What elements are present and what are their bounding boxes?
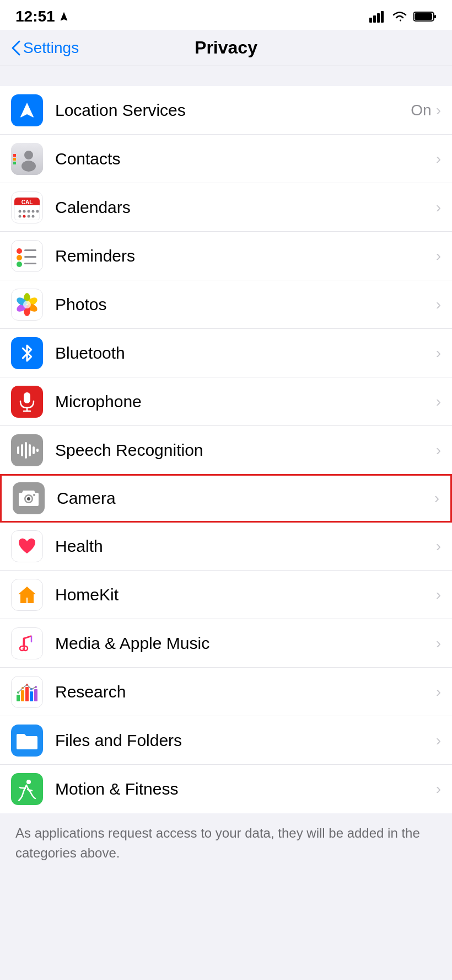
research-icon <box>11 676 43 708</box>
svg-rect-47 <box>36 449 39 452</box>
svg-point-18 <box>28 210 30 212</box>
research-label: Research <box>55 683 436 701</box>
settings-item-research[interactable]: Research › <box>0 668 452 716</box>
svg-rect-2 <box>377 13 380 23</box>
chevron-icon: › <box>436 683 441 701</box>
svg-point-21 <box>19 215 21 217</box>
chevron-icon: › <box>436 296 441 313</box>
svg-rect-42 <box>17 446 19 454</box>
settings-item-photos[interactable]: Photos › <box>0 280 452 329</box>
svg-rect-59 <box>21 690 24 701</box>
chevron-icon: › <box>436 199 441 216</box>
calendars-icon: CAL <box>11 191 43 223</box>
svg-rect-61 <box>30 691 33 701</box>
svg-rect-31 <box>24 263 36 264</box>
homekit-icon <box>11 579 43 611</box>
svg-rect-60 <box>25 687 29 701</box>
svg-point-28 <box>17 255 22 260</box>
chevron-icon: › <box>436 441 441 459</box>
speech-recognition-icon <box>11 434 43 466</box>
svg-point-30 <box>17 262 22 267</box>
svg-text:CAL: CAL <box>21 199 33 205</box>
photos-icon <box>11 289 43 321</box>
location-arrow-icon <box>58 11 69 22</box>
footer-text: As applications request access to your d… <box>0 813 452 873</box>
chevron-icon: › <box>436 586 441 604</box>
settings-item-contacts[interactable]: Contacts › <box>0 135 452 183</box>
status-bar: 12:51 <box>0 0 452 30</box>
bluetooth-icon <box>11 337 43 369</box>
speech-recognition-label: Speech Recognition <box>55 441 436 460</box>
signal-icon <box>369 10 386 23</box>
svg-rect-29 <box>24 256 36 258</box>
settings-item-bluetooth[interactable]: Bluetooth › <box>0 329 452 377</box>
microphone-label: Microphone <box>55 392 436 411</box>
motion-fitness-icon <box>11 773 43 805</box>
svg-point-24 <box>32 215 35 217</box>
chevron-icon: › <box>436 150 441 168</box>
chevron-icon: › <box>436 344 441 362</box>
settings-item-homekit[interactable]: HomeKit › <box>0 571 452 619</box>
status-icons <box>369 10 437 23</box>
chevron-icon: › <box>436 537 441 555</box>
health-label: Health <box>55 537 436 556</box>
chevron-icon: › <box>436 102 441 119</box>
reminders-icon <box>11 240 43 272</box>
settings-item-media-apple-music[interactable]: Media & Apple Music › <box>0 619 452 668</box>
svg-rect-58 <box>17 695 20 701</box>
svg-rect-1 <box>373 15 376 23</box>
status-time: 12:51 <box>15 8 69 25</box>
contacts-label: Contacts <box>55 150 436 168</box>
svg-rect-10 <box>13 162 16 164</box>
settings-item-speech-recognition[interactable]: Speech Recognition › <box>0 426 452 475</box>
svg-point-11 <box>24 151 33 159</box>
svg-rect-45 <box>29 444 31 456</box>
settings-item-location-services[interactable]: Location Services On › <box>0 86 452 135</box>
svg-point-26 <box>17 248 22 254</box>
nav-bar: Settings Privacy <box>0 30 452 66</box>
section-header <box>0 66 452 86</box>
svg-rect-62 <box>34 689 37 701</box>
settings-item-reminders[interactable]: Reminders › <box>0 232 452 280</box>
svg-point-22 <box>23 215 26 217</box>
location-services-label: Location Services <box>55 101 411 120</box>
reminders-label: Reminders <box>55 247 436 265</box>
svg-rect-0 <box>369 18 372 23</box>
settings-item-health[interactable]: Health › <box>0 522 452 571</box>
svg-rect-43 <box>21 444 23 456</box>
svg-rect-3 <box>381 11 384 23</box>
settings-item-microphone[interactable]: Microphone › <box>0 377 452 426</box>
back-label: Settings <box>23 39 79 57</box>
chevron-icon: › <box>436 732 441 749</box>
svg-rect-5 <box>434 15 436 18</box>
svg-point-17 <box>23 210 26 212</box>
settings-item-calendars[interactable]: CAL Calendars › <box>0 183 452 232</box>
settings-item-camera[interactable]: Camera › <box>0 474 452 523</box>
chevron-icon: › <box>436 247 441 265</box>
files-folders-icon <box>11 725 43 757</box>
location-services-icon <box>11 94 43 126</box>
files-folders-label: Files and Folders <box>55 731 436 750</box>
battery-icon <box>413 10 437 23</box>
svg-rect-27 <box>24 249 36 251</box>
motion-fitness-label: Motion & Fitness <box>55 780 436 798</box>
chevron-icon: › <box>436 635 441 652</box>
svg-rect-39 <box>24 392 30 403</box>
media-apple-music-icon <box>11 627 43 659</box>
contacts-icon <box>11 143 43 175</box>
time-display: 12:51 <box>15 8 55 25</box>
settings-item-files-folders[interactable]: Files and Folders › <box>0 716 452 765</box>
svg-point-68 <box>26 780 31 784</box>
health-icon <box>11 530 43 562</box>
microphone-icon <box>11 386 43 418</box>
back-button[interactable]: Settings <box>11 39 79 57</box>
camera-icon <box>13 482 45 514</box>
page-title: Privacy <box>195 38 257 58</box>
photos-label: Photos <box>55 295 436 314</box>
svg-rect-54 <box>14 631 40 656</box>
svg-point-16 <box>19 210 21 212</box>
svg-point-12 <box>21 161 36 172</box>
svg-rect-9 <box>13 158 16 161</box>
settings-item-motion-fitness[interactable]: Motion & Fitness › <box>0 765 452 813</box>
settings-list: Location Services On › <box>0 86 452 813</box>
